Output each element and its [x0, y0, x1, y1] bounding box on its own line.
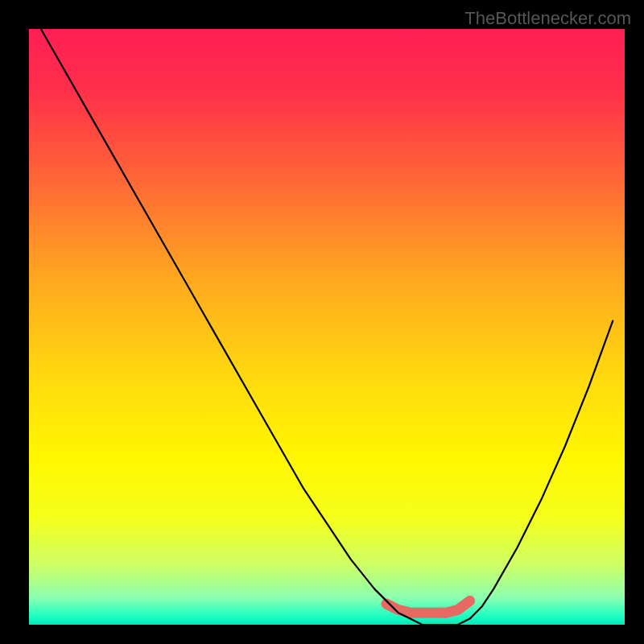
bottleneck-chart	[29, 29, 625, 625]
gradient-background	[29, 29, 625, 625]
plot-area	[29, 29, 625, 625]
watermark-text: TheBottlenecker.com	[464, 8, 631, 29]
chart-frame: TheBottlenecker.com	[5, 5, 639, 639]
